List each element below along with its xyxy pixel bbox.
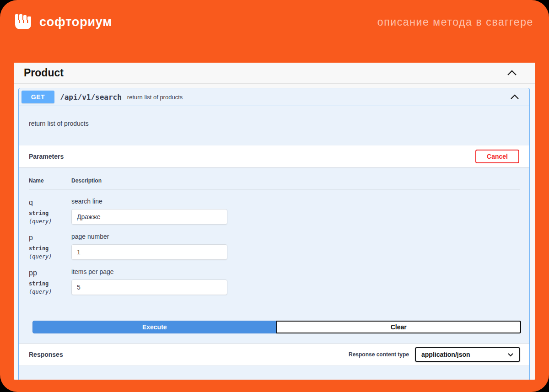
parameter-type: string — [29, 245, 71, 252]
responses-header: Responses Response content type applicat… — [19, 344, 529, 365]
brand-name: софториум — [39, 15, 112, 29]
parameter-description-cell: search line — [71, 197, 227, 225]
parameter-location: (query) — [29, 218, 71, 225]
column-header-description: Description — [71, 177, 102, 184]
parameter-description: page number — [71, 233, 227, 240]
parameter-row: q string (query) search line — [29, 197, 520, 225]
parameter-name-cell: p string (query) — [29, 232, 71, 260]
swagger-panel: Product GET /api/v1/search return list o… — [14, 63, 535, 380]
parameter-name-cell: q string (query) — [29, 197, 71, 225]
responses-body — [19, 365, 529, 380]
execute-button[interactable]: Execute — [32, 321, 277, 333]
parameter-name: q — [29, 199, 71, 207]
parameters-header: Parameters Cancel — [19, 145, 529, 167]
cancel-button[interactable]: Cancel — [475, 150, 519, 163]
parameter-description-cell: items per page — [71, 267, 227, 295]
clear-button[interactable]: Clear — [276, 321, 522, 333]
parameter-row: pp string (query) items per page — [29, 267, 520, 295]
parameter-description-cell: page number — [71, 232, 227, 260]
page-background: софториум описание метода в сваггере Pro… — [0, 0, 549, 392]
product-title: Product — [24, 67, 64, 79]
column-header-name: Name — [29, 177, 71, 184]
parameter-name: p — [29, 234, 71, 242]
parameter-description: search line — [71, 198, 227, 205]
response-content-type-group: Response content type application/json — [349, 347, 520, 362]
header-caption: описание метода в сваггере — [377, 16, 533, 28]
parameter-name: pp — [29, 269, 71, 277]
opblock-get: GET /api/v1/search return list of produc… — [18, 88, 530, 380]
get-method-badge: GET — [22, 91, 54, 103]
parameters-table-head: Name Description — [29, 177, 520, 189]
chevron-up-icon[interactable] — [507, 70, 517, 76]
endpoint-summary[interactable]: GET /api/v1/search return list of produc… — [19, 88, 529, 106]
parameter-type: string — [29, 210, 71, 216]
endpoint-description: return list of products — [19, 106, 529, 145]
chevron-down-icon — [507, 353, 514, 357]
parameter-location: (query) — [29, 289, 71, 295]
endpoint-path[interactable]: /api/v1/search — [60, 93, 122, 102]
parameter-name-cell: pp string (query) — [29, 267, 71, 295]
fist-logo-icon — [14, 12, 33, 32]
content-type-label: Response content type — [349, 351, 409, 358]
chevron-up-icon[interactable] — [510, 94, 519, 100]
parameters-title: Parameters — [29, 153, 64, 160]
content-type-value: application/json — [421, 351, 470, 358]
page-header: софториум описание метода в сваггере — [0, 0, 549, 33]
parameter-type: string — [29, 280, 71, 287]
product-section-header[interactable]: Product — [14, 63, 535, 84]
parameter-q-input[interactable] — [71, 209, 227, 225]
parameter-location: (query) — [29, 253, 71, 260]
brand: софториум — [14, 12, 112, 32]
parameter-pp-input[interactable] — [71, 279, 227, 295]
parameters-table: Name Description q string (query) search… — [19, 167, 529, 307]
content-type-select[interactable]: application/json — [415, 347, 520, 362]
parameter-p-input[interactable] — [71, 244, 227, 260]
parameter-description: items per page — [71, 268, 227, 275]
endpoint-summary-description: return list of products — [127, 94, 510, 101]
parameter-row: p string (query) page number — [29, 232, 520, 260]
responses-title: Responses — [29, 351, 63, 358]
execute-wrapper: Execute Clear — [19, 307, 529, 344]
